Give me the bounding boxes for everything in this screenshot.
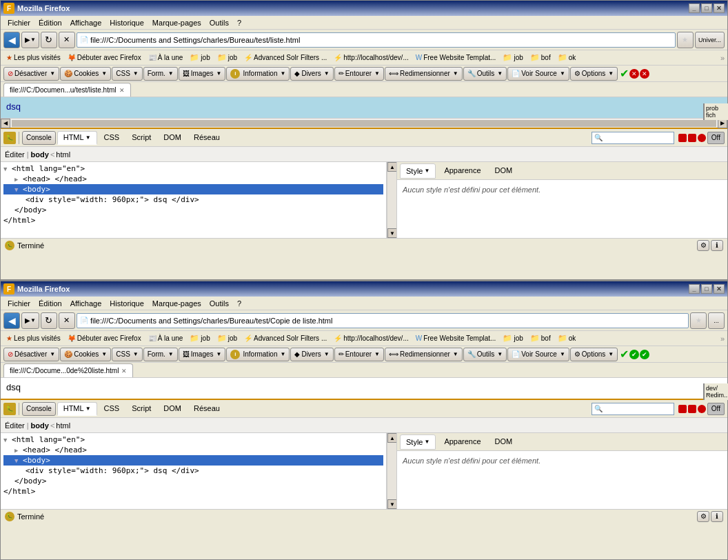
wd-outils-1[interactable]: 🔧 Outils ▼ xyxy=(463,67,507,81)
devtools-script-tab-1[interactable]: Script xyxy=(126,131,156,145)
html-line-2-1[interactable]: ▼ <body> xyxy=(3,184,383,194)
wd-form-2[interactable]: Form. ▼ xyxy=(143,348,178,361)
v-scroll-down-1[interactable]: ▼ xyxy=(387,228,396,238)
back-button-1[interactable]: ◀ xyxy=(3,32,20,48)
menu-edition-1[interactable]: Édition xyxy=(34,17,66,28)
devtools-off-1[interactable]: Off xyxy=(707,132,725,144)
wd-options-1[interactable]: ⚙ Options ▼ xyxy=(570,67,618,81)
html-tree-1[interactable]: ▼ <html lang="en"> ▶ <head> </head> ▼ <b… xyxy=(1,162,387,238)
devtools-reseau-tab-1[interactable]: Réseau xyxy=(188,131,225,145)
menu-fichier-2[interactable]: Fichier xyxy=(3,298,34,309)
breadcrumb-body-2[interactable]: body xyxy=(31,421,49,430)
devtools-console-tab-2[interactable]: Console xyxy=(22,402,56,416)
bookmark-star-2[interactable]: ★ xyxy=(690,312,707,329)
devtools-red-btn3-1[interactable] xyxy=(698,134,706,142)
bm-ok-2[interactable]: 📁 ok xyxy=(555,333,579,343)
devtools-dom-tab-2[interactable]: DOM xyxy=(158,402,187,416)
style-tab-dom-1[interactable]: DOM xyxy=(489,163,518,179)
devtools-reseau-tab-2[interactable]: Réseau xyxy=(188,402,225,416)
wd-voirsource-2[interactable]: 📄 Voir Source ▼ xyxy=(507,348,569,361)
bookmarks-more-1[interactable]: » xyxy=(720,54,725,62)
collapse-2-1[interactable]: ▼ xyxy=(14,186,18,193)
style-tab-apparence-2[interactable]: Apparence xyxy=(438,434,486,450)
wd-outils-2[interactable]: 🔧 Outils ▼ xyxy=(463,348,507,361)
style-tab-dom-2[interactable]: DOM xyxy=(489,434,518,450)
wd-css-1[interactable]: CSS ▼ xyxy=(112,67,142,81)
breadcrumb-html-1[interactable]: html xyxy=(56,150,70,159)
menu-affichage-1[interactable]: Affichage xyxy=(66,17,106,28)
collapse-1-2[interactable]: ▶ xyxy=(14,447,18,454)
bm-localhost-2[interactable]: ⚡ http://localhost/dev/... xyxy=(331,334,412,343)
h-scroll-left-1[interactable]: ◀ xyxy=(1,119,10,128)
bookmark-star-1[interactable]: ★ xyxy=(677,32,694,48)
bm-job3-2[interactable]: 📁 job xyxy=(500,333,525,343)
breadcrumb-editer-2[interactable]: Éditer xyxy=(5,421,25,430)
close-button-1[interactable]: ✕ xyxy=(714,3,725,13)
bm-ok-1[interactable]: 📁 ok xyxy=(555,52,579,63)
wd-entourer-1[interactable]: ✏ Entourer ▼ xyxy=(334,67,384,81)
v-scroll-up-2[interactable]: ▲ xyxy=(387,433,396,443)
menu-marquepages-2[interactable]: Marque-pages xyxy=(148,298,205,309)
bm-debuter-1[interactable]: 🦊 Débuter avec Firefox xyxy=(65,53,144,62)
forward-button-2[interactable]: ▶▼ xyxy=(21,312,39,329)
wd-divers-2[interactable]: ◆ Divers ▼ xyxy=(290,348,333,361)
bm-plusvisites-1[interactable]: ★ Les plus visités xyxy=(3,53,63,62)
bm-bof-1[interactable]: 📁 bof xyxy=(527,52,554,63)
bm-solr-2[interactable]: ⚡ Advanced Solr Filters ... xyxy=(241,334,330,343)
status-info-1[interactable]: ℹ xyxy=(711,240,723,251)
wd-form-1[interactable]: Form. ▼ xyxy=(143,67,178,81)
status-gear-2[interactable]: ⚙ xyxy=(697,511,709,522)
maximize-button-1[interactable]: □ xyxy=(701,3,712,13)
bookmarks-more-2[interactable]: » xyxy=(720,334,725,343)
menu-edition-2[interactable]: Édition xyxy=(34,298,66,309)
wd-redimensionner-2[interactable]: ⟺ Redimensionner ▼ xyxy=(385,348,463,361)
devtools-css-tab-1[interactable]: CSS xyxy=(99,131,125,145)
menu-help-2[interactable]: ? xyxy=(233,298,245,309)
wd-options-2[interactable]: ⚙ Options ▼ xyxy=(570,348,618,361)
style-tab-style-1[interactable]: Style ▼ xyxy=(400,163,436,179)
status-info-2[interactable]: ℹ xyxy=(711,511,723,522)
breadcrumb-html-2[interactable]: html xyxy=(56,421,70,430)
wd-desactiver-1[interactable]: ⊘ Désactiver ▼ xyxy=(3,67,59,81)
menu-affichage-2[interactable]: Affichage xyxy=(66,298,106,309)
devtools-html-tab-1[interactable]: HTML ▼ xyxy=(57,131,97,145)
refresh-button-2[interactable]: ↻ xyxy=(41,312,57,329)
wd-images-1[interactable]: 🖼 Images ▼ xyxy=(179,67,226,81)
wd-desactiver-2[interactable]: ⊘ Désactiver ▼ xyxy=(3,348,59,361)
bm-job1-1[interactable]: 📁 job xyxy=(187,52,212,63)
bm-job2-2[interactable]: 📁 job xyxy=(214,333,240,343)
collapse-1-1[interactable]: ▶ xyxy=(14,176,18,183)
html-line-2-2[interactable]: ▼ <body> xyxy=(3,455,383,466)
wd-cookies-1[interactable]: 🍪 Cookies ▼ xyxy=(60,67,111,81)
refresh-button-1[interactable]: ↻ xyxy=(41,32,57,48)
devtools-red-btn1-2[interactable] xyxy=(678,405,687,413)
devtools-search-1[interactable]: 🔍 xyxy=(592,132,674,144)
devtools-css-tab-2[interactable]: CSS xyxy=(99,402,125,416)
html-tree-2[interactable]: ▼ <html lang="en"> ▶ <head> </head> ▼ <b… xyxy=(1,433,387,509)
v-scroll-track-1[interactable] xyxy=(387,172,396,228)
wd-divers-1[interactable]: ◆ Divers ▼ xyxy=(290,67,333,81)
bm-website-2[interactable]: W Free Website Templat... xyxy=(413,334,499,343)
browser-tab-2[interactable]: file:///C:/Docume...0de%20liste.html ✕ xyxy=(3,363,133,377)
devtools-dom-tab-1[interactable]: DOM xyxy=(158,131,187,145)
address-bar-2[interactable]: 📄 file:///C:/Documents and Settings/char… xyxy=(77,313,689,328)
bm-bof-2[interactable]: 📁 bof xyxy=(527,333,554,343)
collapse-2-2[interactable]: ▼ xyxy=(14,457,18,464)
close-button-2[interactable]: ✕ xyxy=(714,284,725,294)
tab-close-2[interactable]: ✕ xyxy=(121,368,127,374)
style-tab-style-2[interactable]: Style ▼ xyxy=(400,434,436,450)
style-tab-apparence-1[interactable]: Apparence xyxy=(438,163,486,179)
devtools-red-btn3-2[interactable] xyxy=(698,405,706,413)
v-scroll-up-1[interactable]: ▲ xyxy=(387,162,396,172)
wd-information-2[interactable]: i Information ▼ xyxy=(226,348,290,361)
devtools-script-tab-2[interactable]: Script xyxy=(126,402,156,416)
menu-fichier-1[interactable]: Fichier xyxy=(3,17,34,28)
minimize-button-1[interactable]: _ xyxy=(689,3,700,13)
bm-website-1[interactable]: W Free Website Templat... xyxy=(413,53,499,62)
address-bar-1[interactable]: 📄 file:///C:/Documents and Settings/char… xyxy=(77,32,676,48)
tab-close-1[interactable]: ✕ xyxy=(119,87,125,94)
universel-btn-1[interactable]: Univer... xyxy=(695,32,725,48)
menu-historique-1[interactable]: Historique xyxy=(105,17,148,28)
v-scroll-down-2[interactable]: ▼ xyxy=(387,499,396,509)
bm-localhost-1[interactable]: ⚡ http://localhost/dev/... xyxy=(331,53,412,62)
